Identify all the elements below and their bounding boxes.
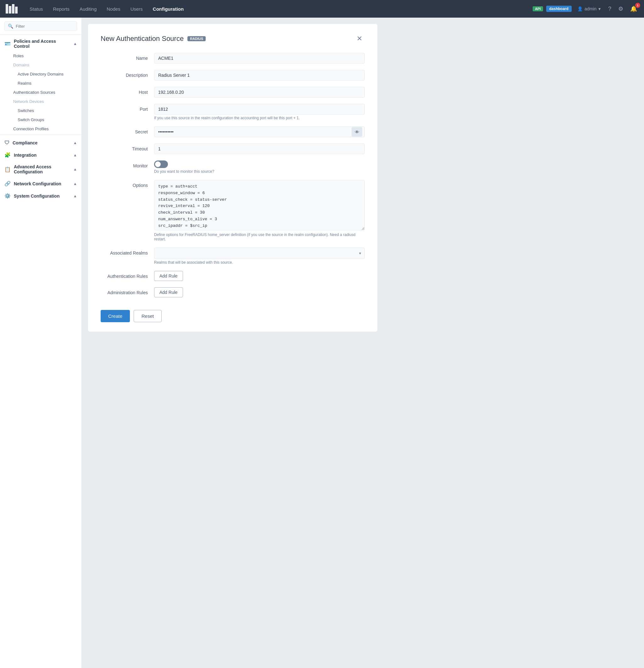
admin-menu[interactable]: 👤 admin ▾ (575, 5, 603, 13)
monitor-hint: Do you want to monitor this source? (154, 169, 365, 174)
port-row: Port If you use this source in the realm… (100, 104, 365, 120)
list-icon: 📋 (4, 166, 11, 172)
tools-icon[interactable]: ⚙ (616, 4, 625, 14)
sidebar-system-label: System Configuration (14, 194, 60, 199)
svg-rect-0 (6, 4, 8, 14)
associated-realms-label: Associated Realms (100, 248, 148, 256)
sidebar-item-switch-groups[interactable]: Switch Groups (13, 115, 81, 124)
options-row: Options type = auth+acct response_window… (100, 180, 365, 241)
search-icon: 🔍 (8, 24, 13, 29)
sidebar-item-network-devices[interactable]: Network Devices (9, 97, 81, 106)
eye-icon: 👁 (355, 129, 359, 135)
cog-icon: ⚙️ (4, 193, 11, 199)
timeout-row: Timeout (100, 143, 365, 154)
sidebar-item-realms[interactable]: Realms (13, 79, 81, 88)
sidebar-item-auth-sources[interactable]: Authentication Sources (9, 88, 81, 97)
description-label: Description (100, 70, 148, 78)
close-button[interactable]: ✕ (354, 33, 365, 44)
form-title-text: New Authentication Source (100, 35, 184, 43)
chevron-down-icon-integration: ▲ (73, 153, 77, 157)
name-row: Name (100, 53, 365, 63)
radius-badge: RADIUS (187, 36, 206, 41)
associated-realms-select[interactable] (154, 248, 365, 259)
id-card-icon: 🪪 (4, 41, 11, 47)
monitor-toggle[interactable] (154, 161, 168, 168)
reset-button[interactable]: Reset (133, 310, 162, 322)
admin-icon: 👤 (577, 6, 583, 11)
sidebar-item-integration[interactable]: 🧩 Integration ▲ (0, 148, 81, 161)
form-footer: Create Reset (100, 304, 365, 322)
secret-input[interactable] (154, 126, 365, 137)
host-label: Host (100, 87, 148, 95)
nav-users[interactable]: Users (126, 4, 147, 14)
sidebar-policies-children: Roles Domains Active Directory Domains R… (0, 51, 81, 133)
dashboard-badge[interactable]: dashboard (546, 6, 572, 12)
chevron-up-icon: ▲ (73, 42, 77, 46)
chevron-down-icon-compliance: ▲ (73, 141, 77, 145)
nav-status[interactable]: Status (25, 4, 47, 14)
nav-reports[interactable]: Reports (49, 4, 74, 14)
secret-row: Secret 👁 (100, 126, 365, 137)
auth-rules-row: Authentication Rules Add Rule (100, 271, 365, 281)
layout: 🔍 🪪 Policies and Access Control ▲ Roles … (0, 18, 644, 668)
api-badge[interactable]: API (533, 6, 543, 11)
sidebar-advanced-label: Advanced Access Configuration (14, 164, 70, 174)
sidebar-item-connection-profiles[interactable]: Connection Profiles (9, 124, 81, 133)
nav-links: Status Reports Auditing Nodes Users Conf… (25, 4, 533, 14)
filter-input[interactable] (16, 24, 74, 29)
chevron-down-icon-system: ▲ (73, 194, 77, 198)
options-hint: Define options for FreeRADIUS home_serve… (154, 232, 365, 241)
topnav: Status Reports Auditing Nodes Users Conf… (0, 0, 644, 18)
nav-nodes[interactable]: Nodes (102, 4, 125, 14)
timeout-label: Timeout (100, 143, 148, 151)
name-input[interactable] (154, 53, 365, 63)
chevron-down-icon-advanced: ▲ (73, 167, 77, 171)
monitor-label: Monitor (100, 161, 148, 168)
sidebar-item-compliance[interactable]: 🛡 Compliance ▲ (0, 136, 81, 148)
nav-configuration[interactable]: Configuration (148, 4, 188, 14)
secret-toggle-button[interactable]: 👁 (351, 127, 362, 137)
sidebar-item-switches[interactable]: Switches (13, 106, 81, 115)
sidebar-item-roles[interactable]: Roles (9, 51, 81, 60)
sidebar-item-advanced[interactable]: 📋 Advanced Access Configuration ▲ (0, 161, 81, 177)
host-row: Host (100, 87, 365, 97)
options-textarea[interactable]: type = auth+acct response_window = 6 sta… (154, 180, 365, 230)
associated-realms-row: Associated Realms ▾ Realms that will be … (100, 248, 365, 264)
auth-rules-label: Authentication Rules (100, 271, 148, 279)
network-icon: 🔗 (4, 181, 11, 186)
monitor-row: Monitor Do you want to monitor this sour… (100, 161, 365, 174)
topnav-right: API dashboard 👤 admin ▾ ? ⚙ 🔔 1 (533, 4, 639, 14)
port-hint: If you use this source in the realm conf… (154, 116, 365, 120)
chevron-down-icon: ▾ (598, 6, 601, 11)
sidebar: 🔍 🪪 Policies and Access Control ▲ Roles … (0, 18, 82, 668)
svg-rect-2 (12, 4, 14, 14)
sidebar-item-domains[interactable]: Domains (9, 60, 81, 70)
admin-rules-label: Administration Rules (100, 287, 148, 295)
timeout-input[interactable] (154, 143, 365, 154)
sidebar-item-network[interactable]: 🔗 Network Configuration ▲ (0, 177, 81, 189)
admin-label: admin (584, 6, 597, 11)
add-auth-rule-button[interactable]: Add Rule (154, 271, 183, 281)
sidebar-network-label: Network Configuration (14, 181, 61, 186)
sidebar-policies-label: Policies and Access Control (14, 39, 70, 49)
add-admin-rule-button[interactable]: Add Rule (154, 287, 183, 297)
nav-auditing[interactable]: Auditing (75, 4, 101, 14)
sidebar-item-system[interactable]: ⚙️ System Configuration ▲ (0, 189, 81, 201)
notification-bell[interactable]: 🔔 1 (628, 4, 639, 14)
logo[interactable] (5, 3, 19, 14)
port-input[interactable] (154, 104, 365, 115)
help-icon[interactable]: ? (606, 4, 613, 14)
shield-icon: 🛡 (4, 140, 10, 146)
sidebar-item-policies[interactable]: 🪪 Policies and Access Control ▲ (0, 35, 81, 51)
create-button[interactable]: Create (100, 310, 130, 322)
description-input[interactable] (154, 70, 365, 80)
sidebar-item-active-directory[interactable]: Active Directory Domains (13, 70, 81, 79)
name-label: Name (100, 53, 148, 61)
admin-rules-row: Administration Rules Add Rule (100, 287, 365, 297)
form-header: New Authentication Source RADIUS ✕ (100, 33, 365, 44)
notification-count: 1 (635, 3, 640, 8)
chevron-down-icon-network: ▲ (73, 182, 77, 186)
sidebar-filter: 🔍 (0, 18, 81, 35)
puzzle-icon: 🧩 (4, 152, 11, 158)
host-input[interactable] (154, 87, 365, 97)
